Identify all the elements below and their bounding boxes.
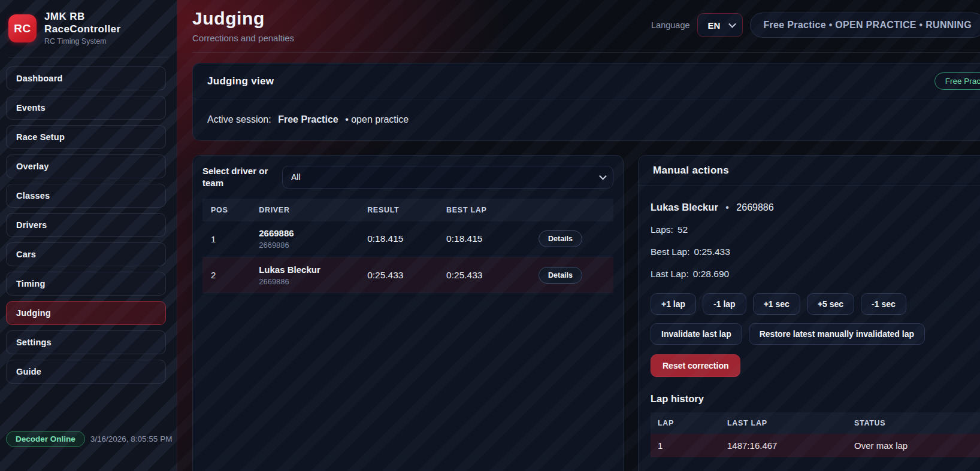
row-best-lap: 0:25.433 xyxy=(438,257,530,293)
selected-driver-name: Lukas Bleckur xyxy=(651,202,718,212)
table-row[interactable]: 1 2669886 2669886 0:18.415 0:18.415 Deta… xyxy=(202,221,613,257)
minus-one-lap-button[interactable]: -1 lap xyxy=(703,293,746,315)
brand-title-line2: RaceController xyxy=(44,23,120,36)
stat-laps-label: Laps: xyxy=(651,224,673,235)
col-header-result: RESULT xyxy=(359,199,438,221)
col-header-best-lap: BEST LAP xyxy=(438,199,530,221)
stat-last-lap: Last Lap:0:28.690 xyxy=(651,269,980,279)
plus-one-lap-button[interactable]: +1 lap xyxy=(651,293,696,315)
driver-filter-row: Select driver or team All xyxy=(202,165,613,190)
plus-five-sec-button[interactable]: +5 sec xyxy=(807,293,854,315)
active-session-name: Free Practice xyxy=(278,114,338,124)
results-table-body: 1 2669886 2669886 0:18.415 0:18.415 Deta… xyxy=(202,221,613,293)
sidebar: RC JMK RB RaceController RC Timing Syste… xyxy=(0,0,177,471)
stat-laps-value: 52 xyxy=(677,224,688,235)
sidebar-item-cars[interactable]: Cars xyxy=(6,242,166,266)
language-label: Language xyxy=(651,20,690,30)
results-table: POS DRIVER RESULT BEST LAP 1 2669886 266… xyxy=(202,199,613,294)
bullet-separator: • xyxy=(725,202,729,212)
details-button[interactable]: Details xyxy=(539,267,582,284)
row-position: 2 xyxy=(202,257,250,293)
driver-filter-select[interactable]: All xyxy=(282,166,613,189)
judging-view-header: Judging view Free Practice xyxy=(193,63,980,99)
stat-best-lap-value: 0:25.433 xyxy=(694,247,730,257)
results-table-head: POS DRIVER RESULT BEST LAP xyxy=(202,199,613,221)
content-columns: Select driver or team All POS DRIVER RES… xyxy=(192,155,980,471)
session-status-pill: Free Practice • OPEN PRACTICE • RUNNING xyxy=(750,13,980,38)
invalidate-last-lap-button[interactable]: Invalidate last lap xyxy=(651,323,742,345)
sidebar-item-overlay[interactable]: Overlay xyxy=(6,154,166,178)
manual-actions-body: Lukas Bleckur • 2669886 Laps:52 Best Lap… xyxy=(639,186,980,468)
row-result: 0:18.415 xyxy=(359,221,438,257)
lap-history-title: Lap history xyxy=(651,393,980,405)
manual-actions-header: Manual actions xyxy=(639,156,980,186)
row-driver-id: 2669886 xyxy=(259,277,350,286)
page-header: Judging Corrections and penalties Langua… xyxy=(192,0,980,53)
judging-view-title: Judging view xyxy=(207,75,274,87)
driver-filter-label: Select driver or team xyxy=(202,165,273,190)
details-button[interactable]: Details xyxy=(539,230,582,247)
brand: RC JMK RB RaceController RC Timing Syste… xyxy=(8,11,168,57)
brand-title-line1: JMK RB xyxy=(44,11,120,23)
lap-last-lap-time: 1487:16.467 xyxy=(720,434,847,457)
lap-col-header-status: STATUS xyxy=(847,412,980,434)
sidebar-footer: Decoder Online 3/16/2026, 8:05:55 PM xyxy=(6,431,172,447)
sidebar-nav: Dashboard Events Race Setup Overlay Clas… xyxy=(6,66,171,384)
stat-best-lap: Best Lap:0:25.433 xyxy=(651,247,980,257)
row-actions-cell: Details xyxy=(530,221,613,257)
free-practice-badge: Free Practice xyxy=(934,72,980,90)
plus-one-sec-button[interactable]: +1 sec xyxy=(753,293,800,315)
sidebar-item-race-setup[interactable]: Race Setup xyxy=(6,125,166,149)
manual-actions-title: Manual actions xyxy=(653,165,729,177)
language-select[interactable]: EN xyxy=(697,13,743,37)
clock-timestamp: 3/16/2026, 8:05:55 PM xyxy=(90,434,173,443)
row-position: 1 xyxy=(202,221,250,257)
sidebar-item-drivers[interactable]: Drivers xyxy=(6,213,166,237)
row-driver-name: Lukas Bleckur xyxy=(259,265,350,275)
lap-buttons-row: Invalidate last lap Restore latest manua… xyxy=(651,323,980,345)
row-driver-name: 2669886 xyxy=(259,228,350,238)
decoder-status-badge: Decoder Online xyxy=(6,431,85,447)
manual-actions-panel: Manual actions Lukas Bleckur • 2669886 L… xyxy=(638,155,980,471)
row-driver-cell: 2669886 2669886 xyxy=(250,221,359,257)
driver-results-panel: Select driver or team All POS DRIVER RES… xyxy=(192,155,624,471)
stat-last-lap-label: Last Lap: xyxy=(651,269,689,279)
table-row-selected[interactable]: 2 Lukas Bleckur 2669886 0:25.433 0:25.43… xyxy=(202,257,613,293)
brand-subtitle: RC Timing System xyxy=(44,37,120,46)
restore-invalidated-lap-button[interactable]: Restore latest manually invalidated lap xyxy=(749,323,925,345)
lap-history-head: LAP LAST LAP STATUS xyxy=(651,412,980,434)
sidebar-item-events[interactable]: Events xyxy=(6,96,166,120)
row-result: 0:25.433 xyxy=(359,257,438,293)
active-session-suffix: • open practice xyxy=(345,114,409,124)
sidebar-item-settings[interactable]: Settings xyxy=(6,330,166,354)
main-content: Judging Corrections and penalties Langua… xyxy=(177,0,980,471)
brand-text: JMK RB RaceController RC Timing System xyxy=(44,11,120,47)
minus-one-sec-button[interactable]: -1 sec xyxy=(861,293,906,315)
sidebar-item-judging[interactable]: Judging xyxy=(6,301,166,325)
row-best-lap: 0:18.415 xyxy=(438,221,530,257)
lap-col-header-last-lap: LAST LAP xyxy=(720,412,847,434)
row-actions-cell: Details xyxy=(530,257,613,293)
selected-driver-id: 2669886 xyxy=(736,202,773,212)
lap-history-table: LAP LAST LAP STATUS 1 1487:16.467 Over m… xyxy=(651,412,980,457)
lap-col-header-lap: LAP xyxy=(651,412,720,434)
lap-history-body: 1 1487:16.467 Over max lap xyxy=(651,434,980,457)
driver-filter-wrap: All xyxy=(282,166,613,189)
lap-status: Over max lap xyxy=(847,434,980,457)
stat-laps: Laps:52 xyxy=(651,224,980,235)
active-session-label: Active session: xyxy=(207,114,271,124)
sidebar-item-guide[interactable]: Guide xyxy=(6,360,166,384)
lap-history-row: 1 1487:16.467 Over max lap xyxy=(651,434,980,457)
reset-correction-button[interactable]: Reset correction xyxy=(651,354,740,377)
lap-number: 1 xyxy=(651,434,720,457)
col-header-driver: DRIVER xyxy=(250,199,359,221)
topbar-right: Language EN Free Practice • OPEN PRACTIC… xyxy=(651,13,980,38)
judging-view-panel: Judging view Free Practice Active sessio… xyxy=(192,63,980,141)
language-select-wrap: EN xyxy=(697,13,743,37)
sidebar-item-dashboard[interactable]: Dashboard xyxy=(6,66,166,90)
sidebar-item-classes[interactable]: Classes xyxy=(6,184,166,208)
app-logo: RC xyxy=(8,14,37,42)
row-driver-cell: Lukas Bleckur 2669886 xyxy=(250,257,359,293)
sidebar-item-timing[interactable]: Timing xyxy=(6,272,166,296)
stat-last-lap-value: 0:28.690 xyxy=(693,269,729,279)
